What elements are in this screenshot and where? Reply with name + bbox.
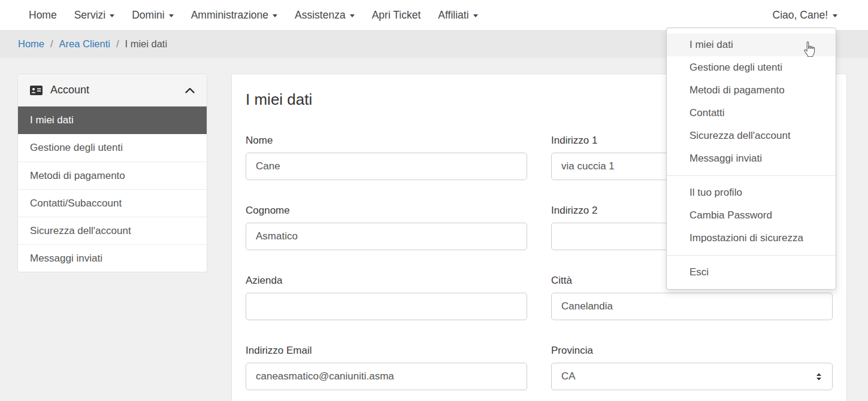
breadcrumb-home[interactable]: Home bbox=[18, 38, 44, 50]
dropdown-divider bbox=[667, 255, 836, 256]
provincia-select[interactable]: CA bbox=[551, 363, 833, 390]
sidebar-item-gestione-utenti[interactable]: Gestione degli utenti bbox=[18, 134, 207, 162]
azienda-input[interactable] bbox=[246, 293, 527, 320]
dropdown-item-contatti[interactable]: Contatti bbox=[667, 102, 836, 124]
field-nome: Nome bbox=[246, 134, 527, 180]
field-label: Azienda bbox=[246, 274, 527, 287]
breadcrumb-area-clienti[interactable]: Area Clienti bbox=[59, 38, 110, 50]
sidebar-item-metodi-pagamento[interactable]: Metodi di pagamento bbox=[18, 162, 207, 189]
sidebar-item-contatti-subaccount[interactable]: Contatti/Subaccount bbox=[18, 189, 207, 217]
client-area-page: Home Servizi Domini Amministrazione Assi… bbox=[0, 0, 868, 401]
field-indirizzo-email: Indirizzo Email bbox=[246, 344, 527, 390]
nav-item-label: Apri Ticket bbox=[372, 9, 421, 22]
nav-item-label: Assistenza bbox=[295, 9, 346, 22]
nav-item-amministrazione[interactable]: Amministrazione bbox=[191, 9, 277, 22]
main-nav: Home Servizi Domini Amministrazione Assi… bbox=[29, 0, 478, 30]
field-label: Nome bbox=[246, 134, 527, 147]
breadcrumb-separator: / bbox=[116, 38, 119, 50]
caret-down-icon bbox=[110, 14, 114, 17]
chevron-up-icon bbox=[185, 87, 195, 93]
dropdown-item-cambia-password[interactable]: Cambia Password bbox=[667, 204, 836, 227]
nav-item-label: Affiliati bbox=[438, 9, 468, 22]
caret-down-icon bbox=[273, 14, 277, 17]
nav-item-apri-ticket[interactable]: Apri Ticket bbox=[372, 9, 421, 22]
caret-down-icon bbox=[169, 14, 174, 17]
field-provincia: Provincia CA bbox=[551, 344, 833, 390]
dropdown-item-impostazioni-sicurezza[interactable]: Impostazioni di sicurezza bbox=[667, 227, 836, 250]
top-navbar: Home Servizi Domini Amministrazione Assi… bbox=[0, 0, 868, 30]
nav-item-label: Amministrazione bbox=[191, 9, 268, 22]
sidebar-item-sicurezza-account[interactable]: Sicurezza dell'account bbox=[18, 217, 207, 244]
dropdown-divider bbox=[667, 175, 836, 176]
nav-item-home[interactable]: Home bbox=[29, 9, 57, 22]
dropdown-item-i-miei-dati[interactable]: I miei dati bbox=[667, 34, 836, 56]
account-sidebar: Account I miei dati Gestione degli utent… bbox=[17, 74, 207, 272]
nav-item-label: Servizi bbox=[74, 9, 106, 22]
select-arrows-icon bbox=[815, 372, 822, 381]
caret-down-icon bbox=[833, 14, 837, 17]
breadcrumb-current: I miei dati bbox=[125, 38, 168, 50]
sidebar-header[interactable]: Account bbox=[18, 74, 207, 107]
sidebar-item-messaggi-inviati[interactable]: Messaggi inviati bbox=[18, 244, 207, 272]
breadcrumb-separator: / bbox=[50, 38, 53, 50]
field-label: Provincia bbox=[551, 344, 833, 357]
breadcrumb: Home / Area Clienti / I miei dati bbox=[18, 30, 167, 58]
provincia-selected-value: CA bbox=[561, 370, 576, 382]
nav-item-domini[interactable]: Domini bbox=[132, 9, 173, 22]
cognome-input[interactable] bbox=[246, 223, 527, 250]
nav-item-assistenza[interactable]: Assistenza bbox=[295, 9, 355, 22]
caret-down-icon bbox=[350, 14, 355, 17]
dropdown-item-esci[interactable]: Esci bbox=[667, 261, 836, 284]
dropdown-item-messaggi-inviati[interactable]: Messaggi inviati bbox=[667, 147, 836, 170]
sidebar-item-i-miei-dati[interactable]: I miei dati bbox=[18, 107, 207, 134]
nav-item-servizi[interactable]: Servizi bbox=[74, 9, 115, 22]
nav-item-affiliati[interactable]: Affiliati bbox=[438, 9, 477, 22]
user-dropdown-menu: I miei dati Gestione degli utenti Metodi… bbox=[666, 28, 836, 290]
field-label: Indirizzo Email bbox=[246, 344, 527, 357]
field-label: Cognome bbox=[246, 204, 527, 217]
dropdown-item-sicurezza-account[interactable]: Sicurezza dell'account bbox=[667, 124, 836, 147]
nav-item-label: Home bbox=[29, 9, 57, 22]
user-menu-label: Ciao, Cane! bbox=[773, 9, 828, 22]
nav-item-label: Domini bbox=[132, 9, 164, 22]
dropdown-item-metodi-pagamento[interactable]: Metodi di pagamento bbox=[667, 79, 836, 102]
field-cognome: Cognome bbox=[246, 204, 527, 250]
address-card-icon bbox=[30, 86, 43, 95]
email-input[interactable] bbox=[246, 363, 527, 390]
dropdown-item-gestione-utenti[interactable]: Gestione degli utenti bbox=[667, 56, 836, 79]
citta-input[interactable] bbox=[551, 293, 833, 320]
dropdown-item-il-tuo-profilo[interactable]: Il tuo profilo bbox=[667, 181, 836, 204]
sidebar-title: Account bbox=[50, 84, 177, 96]
user-menu-toggle[interactable]: Ciao, Cane! bbox=[773, 0, 837, 30]
caret-down-icon bbox=[473, 14, 478, 17]
nome-input[interactable] bbox=[246, 153, 527, 180]
field-azienda: Azienda bbox=[246, 274, 527, 320]
